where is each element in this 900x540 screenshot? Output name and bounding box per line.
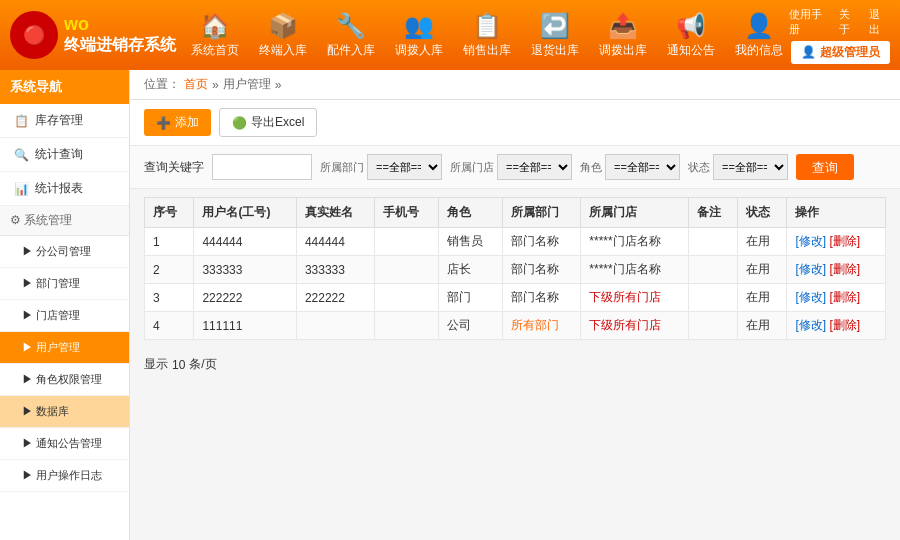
inventory-icon: 📋: [14, 114, 29, 128]
add-button[interactable]: ➕ 添加: [144, 109, 211, 136]
logo-title: 终端进销存系统: [64, 35, 176, 56]
store-label: 所属门店: [450, 160, 494, 175]
search-button[interactable]: 查询: [796, 154, 854, 180]
col-role: 角色: [439, 198, 503, 228]
sidebar-item-stats-report[interactable]: 📊 统计报表: [0, 172, 129, 206]
cell-note: [688, 284, 737, 312]
nav-sales-out[interactable]: 📋 销售出库: [457, 8, 517, 63]
dept-select[interactable]: ==全部==: [367, 154, 442, 180]
sidebar-item-stats-query[interactable]: 🔍 统计查询: [0, 138, 129, 172]
sidebar-user-log-label: ▶ 用户操作日志: [22, 468, 102, 483]
store-select[interactable]: ==全部==: [497, 154, 572, 180]
col-realname: 真实姓名: [296, 198, 374, 228]
sidebar-user-label: ▶ 用户管理: [22, 340, 80, 355]
sidebar-branch-label: ▶ 分公司管理: [22, 244, 91, 259]
breadcrumb: 位置： 首页 » 用户管理 »: [130, 70, 900, 100]
sidebar-item-db[interactable]: ▶ 数据库: [0, 396, 129, 428]
sidebar-stats-report-label: 统计报表: [35, 180, 83, 197]
cell-phone: [375, 284, 439, 312]
sidebar-item-notice-mgmt[interactable]: ▶ 通知公告管理: [0, 428, 129, 460]
breadcrumb-sep2: »: [275, 78, 282, 92]
edit-link[interactable]: [修改]: [795, 262, 826, 276]
nav-home-label: 系统首页: [191, 42, 239, 59]
logout-link[interactable]: 退出: [869, 7, 890, 37]
nav-return-out-label: 退货出库: [531, 42, 579, 59]
cell-status: 在用: [738, 256, 787, 284]
cell-realname: 444444: [296, 228, 374, 256]
admin-badge: 👤 超级管理员: [791, 41, 890, 64]
edit-link[interactable]: [修改]: [795, 234, 826, 248]
sidebar-inventory-label: 库存管理: [35, 112, 83, 129]
keyword-input[interactable]: [212, 154, 312, 180]
sidebar-item-store[interactable]: ▶ 门店管理: [0, 300, 129, 332]
sidebar-notice-mgmt-label: ▶ 通知公告管理: [22, 436, 102, 451]
cell-id: 2: [145, 256, 194, 284]
export-button[interactable]: 🟢 导出Excel: [219, 108, 317, 137]
sidebar-item-dept[interactable]: ▶ 部门管理: [0, 268, 129, 300]
table-header-row: 序号 用户名(工号) 真实姓名 手机号 角色 所属部门 所属门店 备注 状态 操…: [145, 198, 886, 228]
nav-notice-label: 通知公告: [667, 42, 715, 59]
edit-link[interactable]: [修改]: [795, 318, 826, 332]
edit-link[interactable]: [修改]: [795, 290, 826, 304]
nav-my-info[interactable]: 👤 我的信息: [729, 8, 789, 63]
my-info-icon: 👤: [744, 12, 774, 40]
cell-store: 下级所有门店: [581, 312, 688, 340]
delete-link[interactable]: [删除]: [829, 290, 860, 304]
delete-link[interactable]: [删除]: [829, 262, 860, 276]
nav-return-out[interactable]: ↩️ 退货出库: [525, 8, 585, 63]
delete-link[interactable]: [删除]: [829, 318, 860, 332]
col-dept: 所属部门: [503, 198, 581, 228]
sidebar-item-user[interactable]: ▶ 用户管理: [0, 332, 129, 364]
cell-dept: 所有部门: [503, 312, 581, 340]
sidebar: 系统导航 📋 库存管理 🔍 统计查询 📊 统计报表 ⚙ 系统管理 ▶ 分公司管理…: [0, 70, 130, 540]
cell-dept: 部门名称: [503, 228, 581, 256]
delete-link[interactable]: [删除]: [829, 234, 860, 248]
nav-transfer-in-label: 调拨人库: [395, 42, 443, 59]
dept-label: 所属部门: [320, 160, 364, 175]
cell-note: [688, 312, 737, 340]
role-select[interactable]: ==全部==: [605, 154, 680, 180]
sidebar-item-inventory[interactable]: 📋 库存管理: [0, 104, 129, 138]
sales-out-icon: 📋: [472, 12, 502, 40]
sidebar-item-user-log[interactable]: ▶ 用户操作日志: [0, 460, 129, 492]
sidebar-item-role[interactable]: ▶ 角色权限管理: [0, 364, 129, 396]
search-bar: 查询关键字 所属部门 ==全部== 所属门店 ==全部== 角色 ==全部==: [130, 146, 900, 189]
help-link[interactable]: 使用手册: [789, 7, 832, 37]
notice-icon: 📢: [676, 12, 706, 40]
col-id: 序号: [145, 198, 194, 228]
sidebar-store-label: ▶ 门店管理: [22, 308, 80, 323]
export-label: 导出Excel: [251, 114, 304, 131]
table-row: 2 333333 333333 店长 部门名称 *****门店名称 在用 [修改…: [145, 256, 886, 284]
user-table: 序号 用户名(工号) 真实姓名 手机号 角色 所属部门 所属门店 备注 状态 操…: [144, 197, 886, 340]
cell-realname: 222222: [296, 284, 374, 312]
status-select[interactable]: ==全部==: [713, 154, 788, 180]
cell-id: 1: [145, 228, 194, 256]
cell-note: [688, 228, 737, 256]
cell-dept: 部门名称: [503, 284, 581, 312]
nav-transfer-out[interactable]: 📤 调拨出库: [593, 8, 653, 63]
logo-area: 🔴 wo 终端进销存系统: [10, 11, 185, 59]
toolbar: ➕ 添加 🟢 导出Excel: [130, 100, 900, 146]
table-row: 1 444444 444444 销售员 部门名称 *****门店名称 在用 [修…: [145, 228, 886, 256]
nav-home[interactable]: 🏠 系统首页: [185, 8, 245, 63]
sidebar-item-branch[interactable]: ▶ 分公司管理: [0, 236, 129, 268]
nav-notice[interactable]: 📢 通知公告: [661, 8, 721, 63]
cell-store: 下级所有门店: [581, 284, 688, 312]
nav-terminal-in[interactable]: 📦 终端入库: [253, 8, 313, 63]
breadcrumb-home[interactable]: 首页: [184, 76, 208, 93]
cell-action: [修改] [删除]: [787, 312, 886, 340]
col-status: 状态: [738, 198, 787, 228]
header-right: 使用手册 关于 退出 👤 超级管理员: [789, 7, 890, 64]
sidebar-db-label: ▶ 数据库: [22, 404, 69, 419]
nav-transfer-in[interactable]: 👥 调拨人库: [389, 8, 449, 63]
nav-parts-in-label: 配件入库: [327, 42, 375, 59]
cell-phone: [375, 256, 439, 284]
sidebar-section-system: ⚙ 系统管理: [0, 206, 129, 236]
status-label: 状态: [688, 160, 710, 175]
nav-transfer-out-label: 调拨出库: [599, 42, 647, 59]
sidebar-role-label: ▶ 角色权限管理: [22, 372, 102, 387]
sidebar-header: 系统导航: [0, 70, 129, 104]
about-link[interactable]: 关于: [839, 7, 860, 37]
pagination-count: 10: [172, 358, 185, 372]
nav-parts-in[interactable]: 🔧 配件入库: [321, 8, 381, 63]
